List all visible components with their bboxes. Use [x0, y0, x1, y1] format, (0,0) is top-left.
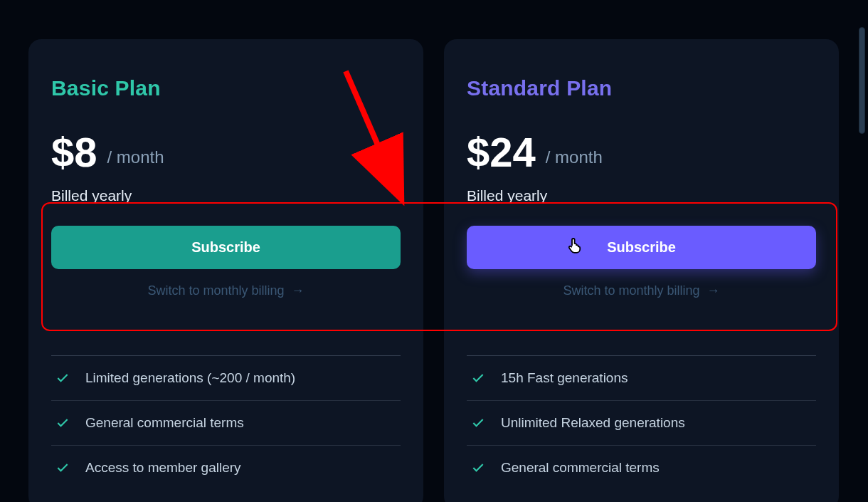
feature-list-standard: 15h Fast generations Unlimited Relaxed g… [467, 355, 816, 490]
feature-text: Limited generations (~200 / month) [85, 370, 295, 386]
feature-item: General commercial terms [51, 400, 401, 445]
price-row: $24 / month [467, 132, 816, 173]
feature-item: 15h Fast generations [467, 355, 816, 400]
feature-list-basic: Limited generations (~200 / month) Gener… [51, 355, 401, 490]
feature-text: Access to member gallery [85, 460, 241, 476]
switch-billing-link-standard[interactable]: Switch to monthly billing → [467, 283, 816, 298]
feature-item: General commercial terms [467, 445, 816, 490]
scrollbar-thumb[interactable] [859, 27, 865, 134]
switch-billing-label: Switch to monthly billing [147, 283, 284, 298]
scrollbar-track[interactable] [858, 0, 865, 502]
price-per: / month [107, 147, 164, 173]
pricing-viewport: Basic Plan $8 / month Billed yearly Subs… [0, 0, 868, 502]
subscribe-button-standard[interactable]: Subscribe [467, 226, 816, 269]
feature-text: 15h Fast generations [501, 370, 628, 386]
check-icon [471, 371, 485, 385]
check-icon [55, 371, 70, 385]
plan-cards-row: Basic Plan $8 / month Billed yearly Subs… [28, 39, 839, 502]
arrow-right-icon: → [707, 283, 720, 298]
check-icon [55, 461, 70, 475]
plan-title-basic: Basic Plan [51, 76, 401, 100]
price-amount: $8 [51, 132, 97, 173]
feature-text: Unlimited Relaxed generations [501, 415, 685, 431]
switch-billing-link-basic[interactable]: Switch to monthly billing → [51, 283, 401, 298]
price-per: / month [546, 147, 603, 173]
check-icon [471, 416, 485, 430]
feature-item: Limited generations (~200 / month) [51, 355, 401, 400]
billing-period-note: Billed yearly [467, 187, 816, 204]
feature-item: Unlimited Relaxed generations [467, 400, 816, 445]
feature-item: Access to member gallery [51, 445, 401, 490]
feature-text: General commercial terms [85, 415, 244, 431]
price-amount: $24 [467, 132, 536, 173]
feature-text: General commercial terms [501, 460, 660, 476]
plan-card-basic: Basic Plan $8 / month Billed yearly Subs… [28, 39, 423, 502]
billing-period-note: Billed yearly [51, 187, 401, 204]
check-icon [55, 416, 70, 430]
switch-billing-label: Switch to monthly billing [563, 283, 699, 298]
arrow-right-icon: → [292, 283, 305, 298]
plan-card-standard: Standard Plan $24 / month Billed yearly … [444, 39, 839, 502]
price-row: $8 / month [51, 132, 401, 173]
subscribe-button-basic[interactable]: Subscribe [51, 226, 401, 269]
check-icon [471, 461, 485, 475]
plan-title-standard: Standard Plan [467, 76, 816, 100]
